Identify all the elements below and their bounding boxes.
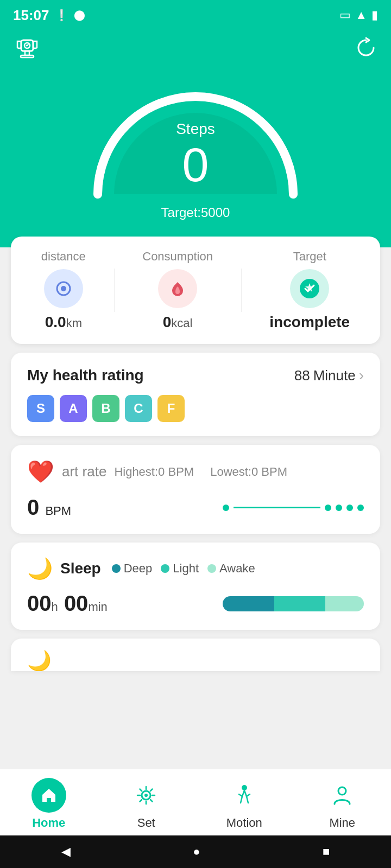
home-icon-bg [31,778,66,813]
status-time: 15:07 [13,7,49,24]
status-icons: ▭ ▲ ▮ [339,8,378,22]
sleep-legend: Deep Light Awake [112,561,255,576]
nav-mine[interactable]: Mine [325,778,360,830]
consumption-title: Consumption [142,250,213,264]
heart-header: ❤️ art rate Highest:0 BPM Lowest:0 BPM [27,459,364,484]
rating-badges: S A B C F [27,395,364,422]
gauge-area: Steps 0 Target:5000 [0,69,391,247]
target-stat: Target incomplete [269,250,350,331]
home-label: Home [32,816,65,830]
set-icon [129,778,163,813]
home-button[interactable]: ● [193,845,200,859]
target-icon [290,269,329,308]
sleep-header: 🌙 Sleep Deep Light Awake [27,557,364,580]
legend-light: Light [161,561,199,576]
set-label: Set [137,816,155,830]
badge-c: C [125,395,152,422]
divider-1 [114,269,115,312]
heart-stats: Highest:0 BPM Lowest:0 BPM [114,465,287,479]
header-area [0,30,391,69]
motion-icon [227,778,262,813]
bottom-nav: Home Set Motion Mine [0,769,391,835]
partial-card: 🌙 [11,639,380,671]
chart-dot-3 [336,505,342,511]
battery-icon: ▮ [371,8,378,22]
svg-point-9 [144,794,148,797]
badge-b: B [92,395,119,422]
nav-home[interactable]: Home [31,778,66,830]
recent-button[interactable]: ■ [323,845,330,859]
consumption-stat: Consumption 0kcal [142,250,213,331]
motion-label: Motion [226,816,262,830]
chart-dot-1 [223,505,229,511]
consumption-value: 0kcal [163,314,193,331]
health-rating-card: My health rating 88 Minute › S A B C F [11,353,380,436]
mine-label: Mine [329,816,355,830]
lowest-stat: Lowest:0 BPM [210,465,287,479]
heart-chart [223,505,364,511]
status-left: 15:07 ❕ ⬤ [13,7,85,24]
sleep-bar-awake [325,596,364,611]
svg-point-5 [61,286,66,291]
heart-bpm-value: 0 BPM [27,495,71,520]
chevron-icon: › [359,367,364,384]
distance-stat: distance 0.0km [41,250,86,331]
sleep-time-row: 00h 00min [27,591,364,616]
sleep-bar [223,596,364,611]
distance-value: 0.0km [45,314,82,331]
consumption-icon [158,269,197,308]
chart-dot-4 [346,505,353,511]
highest-stat: Highest:0 BPM [114,465,194,479]
awake-dot [207,564,216,573]
android-nav: ◀ ● ■ [0,835,391,868]
nav-set[interactable]: Set [129,778,163,830]
status-bar: 15:07 ❕ ⬤ ▭ ▲ ▮ [0,0,391,30]
chart-line [234,507,320,508]
steps-value: 0 [182,138,209,192]
sleep-bar-light [274,596,326,611]
wifi-icon: ▲ [355,8,367,22]
gauge-container: Steps 0 [81,75,310,200]
heart-bpm-row: 0 BPM [27,495,364,520]
sleep-icon: 🌙 [27,557,53,580]
deep-dot [112,564,121,573]
cast-icon: ▭ [339,8,351,22]
health-minutes[interactable]: 88 Minute › [294,367,364,384]
heart-icon: ❤️ [27,459,54,484]
target-value: incomplete [269,314,350,331]
trophy-icon[interactable] [13,36,41,69]
heart-rate-card: ❤️ art rate Highest:0 BPM Lowest:0 BPM 0… [11,445,380,534]
sleep-card: 🌙 Sleep Deep Light Awake 00h 00min [11,542,380,630]
distance-title: distance [41,250,86,264]
sleep-bar-deep [223,596,274,611]
stats-row: distance 0.0km Consumption 0kcal [27,250,364,331]
circle-icon: ⬤ [74,9,85,21]
svg-rect-2 [21,55,34,58]
legend-awake: Awake [207,561,255,576]
badge-a: A [60,395,87,422]
target-title: Target [293,250,326,264]
steps-label: Steps [176,120,215,138]
light-dot [161,564,169,573]
chart-dot-2 [325,505,331,511]
refresh-icon[interactable] [354,36,378,65]
divider-2 [241,269,242,312]
badge-s: S [27,395,54,422]
notification-icon: ❕ [55,9,68,22]
distance-icon [44,269,83,308]
health-title: My health rating [27,367,144,384]
legend-deep: Deep [112,561,153,576]
sleep-title: Sleep [60,560,101,577]
chart-dot-5 [357,505,364,511]
target-label: Target:5000 [161,205,230,220]
mine-icon [325,778,360,813]
stats-card: distance 0.0km Consumption 0kcal [11,237,380,344]
heart-rate-title: art rate [62,463,106,480]
sleep-time-value: 00h 00min [27,591,108,616]
gauge-center: Steps 0 [176,120,215,200]
svg-point-10 [242,785,247,790]
health-header: My health rating 88 Minute › [27,367,364,384]
badge-f: F [157,395,185,422]
nav-motion[interactable]: Motion [226,778,262,830]
back-button[interactable]: ◀ [61,845,71,859]
